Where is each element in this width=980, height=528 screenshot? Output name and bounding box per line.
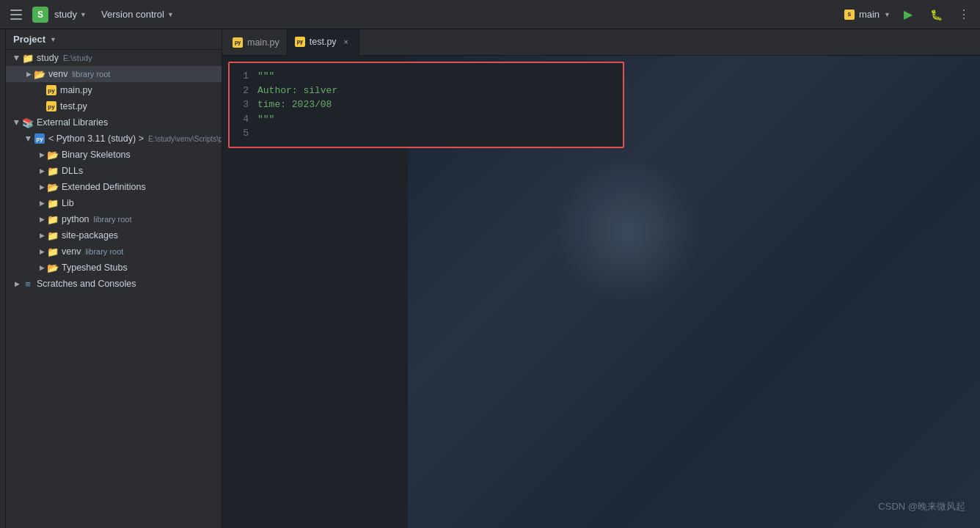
run-config-label: main — [859, 9, 880, 20]
tree-label-python: python — [62, 214, 89, 224]
tree-label-binary-skeletons: Binary Skeletons — [62, 150, 131, 160]
sidebar: Project ▼ ▶ 📁 study E:\study ▶ 📂 venv li… — [6, 29, 222, 528]
tree-arrow-ext-def: ▶ — [37, 182, 47, 192]
tree-item-external-libraries[interactable]: ▶ 📚 External Libraries — [6, 114, 222, 131]
run-config-icon: S — [844, 10, 855, 20]
debug-button[interactable]: 🐛 — [926, 4, 946, 25]
run-button[interactable]: ▶ — [898, 4, 918, 25]
tree-label-dlls: DLLs — [62, 166, 83, 176]
tab-icon-main-py: py — [233, 37, 243, 48]
titlebar-right: S main ▼ ▶ 🐛 ⋮ — [844, 4, 974, 25]
project-name-button[interactable]: study ▼ — [54, 9, 87, 20]
folder-icon-dlls: 📁 — [47, 165, 59, 177]
tree-item-typeshed-stubs[interactable]: ▶ 📂 Typeshed Stubs — [6, 260, 222, 276]
folder-icon-site-packages: 📁 — [47, 230, 59, 241]
tree-arrow-scratches: ▶ — [12, 279, 22, 289]
background-art — [408, 85, 980, 528]
line-number-3: 3 — [230, 98, 249, 112]
folder-icon-typeshed: 📂 — [47, 262, 59, 274]
tree-item-venv[interactable]: ▶ 📂 venv library root — [6, 66, 222, 82]
py-badge-311: py — [34, 133, 45, 144]
hamburger-button[interactable] — [6, 4, 26, 25]
hamburger-line-1 — [10, 10, 22, 11]
folder-icon-venv: 📂 — [34, 68, 45, 80]
folder-icon-study: 📁 — [22, 52, 34, 64]
project-icon: S — [32, 7, 48, 23]
tree-label-site-packages: site-packages — [62, 230, 118, 241]
version-control-button[interactable]: Version control ▼ — [101, 9, 174, 20]
hamburger-line-2 — [10, 14, 22, 15]
tree-subtitle-venv2: library root — [85, 247, 123, 256]
line-number-4: 4 — [230, 112, 249, 127]
tree-label-lib: Lib — [62, 198, 74, 208]
tree-subtitle-python: library root — [94, 215, 132, 224]
tree-item-python311[interactable]: ▶ py < Python 3.11 (study) > E:\study\ve… — [6, 131, 222, 147]
ext-libs-icon: 📚 — [22, 117, 34, 128]
tree-arrow-venv: ▶ — [23, 69, 34, 79]
tree-label-ext-libs: External Libraries — [37, 117, 108, 128]
tree-item-site-packages[interactable]: ▶ 📁 site-packages — [6, 227, 222, 243]
sidebar-title: Project — [13, 34, 45, 45]
line-number-5: 5 — [230, 126, 249, 141]
tree-item-scratches[interactable]: ▶ ≡ Scratches and Consoles — [6, 276, 222, 292]
py-badge-test: py — [46, 101, 56, 111]
folder-icon-ext-def: 📂 — [47, 181, 59, 193]
tree-label-typeshed-stubs: Typeshed Stubs — [62, 263, 128, 273]
tab-label-main-py: main.py — [247, 37, 279, 48]
tree-item-python[interactable]: ▶ 📁 python library root — [6, 211, 222, 227]
tree-item-test-py[interactable]: ▶ py test.py — [6, 98, 222, 114]
tab-test-py[interactable]: py test.py × — [288, 29, 359, 56]
tree-label-venv: venv — [48, 69, 67, 79]
tree-arrow-binary-skeletons: ▶ — [37, 150, 47, 160]
py-icon-test: py — [45, 100, 57, 112]
titlebar-left: S study ▼ Version control ▼ — [6, 4, 838, 25]
py-badge-main: py — [46, 85, 56, 95]
tree-label-extended-definitions: Extended Definitions — [62, 182, 146, 192]
editor-area: py main.py py test.py × 1 2 — [222, 29, 980, 528]
tree-item-lib[interactable]: ▶ 📁 Lib — [6, 195, 222, 211]
sidebar-header[interactable]: Project ▼ — [6, 29, 222, 50]
python311-icon: py — [34, 133, 45, 144]
tree-item-venv2[interactable]: ▶ 📁 venv library root — [6, 243, 222, 260]
sidebar-chevron-icon: ▼ — [50, 36, 56, 43]
py-icon-main: py — [45, 84, 57, 96]
scratches-icon: ≡ — [22, 278, 34, 290]
tree-arrow-lib: ▶ — [37, 198, 47, 208]
code-line-2: Author: silver — [257, 84, 617, 98]
code-line-1: """ — [257, 69, 617, 84]
folder-icon-python: 📁 — [47, 213, 59, 225]
tree-arrow-python311: ▶ — [23, 133, 34, 144]
project-name-label: study — [54, 9, 77, 20]
version-control-label: Version control — [101, 9, 164, 20]
left-gutter — [0, 29, 6, 528]
watermark: CSDN @晚来微风起 — [878, 500, 965, 513]
tree-arrow-venv2: ▶ — [37, 246, 47, 257]
line-number-2: 2 — [230, 84, 249, 98]
tree-item-dlls[interactable]: ▶ 📁 DLLs — [6, 163, 222, 179]
tree-item-study[interactable]: ▶ 📁 study E:\study — [6, 50, 222, 66]
tree-label-study: study — [37, 53, 59, 63]
code-line-5 — [257, 126, 617, 141]
tab-label-test-py: test.py — [310, 37, 337, 47]
code-editor[interactable]: 1 2 3 4 5 """ Author: silver time: 2023/… — [222, 56, 980, 528]
line-numbers: 1 2 3 4 5 — [230, 69, 257, 141]
tree-label-test-py: test.py — [60, 101, 87, 111]
run-config-selector[interactable]: S main ▼ — [844, 9, 891, 20]
line-number-1: 1 — [230, 69, 249, 84]
tree-item-binary-skeletons[interactable]: ▶ 📂 Binary Skeletons — [6, 147, 222, 163]
tab-icon-test-py: py — [295, 37, 305, 47]
tree-arrow-python: ▶ — [37, 214, 47, 224]
tree-arrow-dlls: ▶ — [37, 166, 47, 176]
more-options-button[interactable]: ⋮ — [954, 4, 974, 25]
main-layout: Project ▼ ▶ 📁 study E:\study ▶ 📂 venv li… — [0, 29, 980, 528]
tree-label-python311: < Python 3.11 (study) > — [48, 133, 144, 144]
tab-main-py[interactable]: py main.py — [225, 29, 288, 56]
run-config-chevron-icon: ▼ — [884, 11, 891, 18]
tab-close-test-py[interactable]: × — [341, 37, 351, 47]
tree-item-main-py[interactable]: ▶ py main.py — [6, 82, 222, 98]
tree-item-extended-definitions[interactable]: ▶ 📂 Extended Definitions — [6, 179, 222, 195]
code-line-4: """ — [257, 112, 617, 127]
tree-label-venv2: venv — [62, 246, 81, 257]
tree-arrow-study: ▶ — [12, 53, 22, 63]
tree-path-study: E:\study — [63, 54, 92, 62]
